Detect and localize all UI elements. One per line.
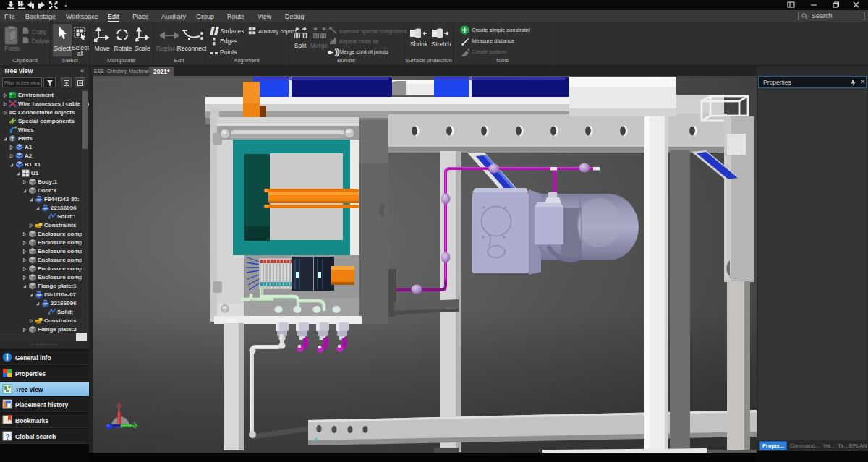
svg-text:?: ? bbox=[5, 432, 10, 441]
svg-text:T: T bbox=[11, 137, 14, 142]
